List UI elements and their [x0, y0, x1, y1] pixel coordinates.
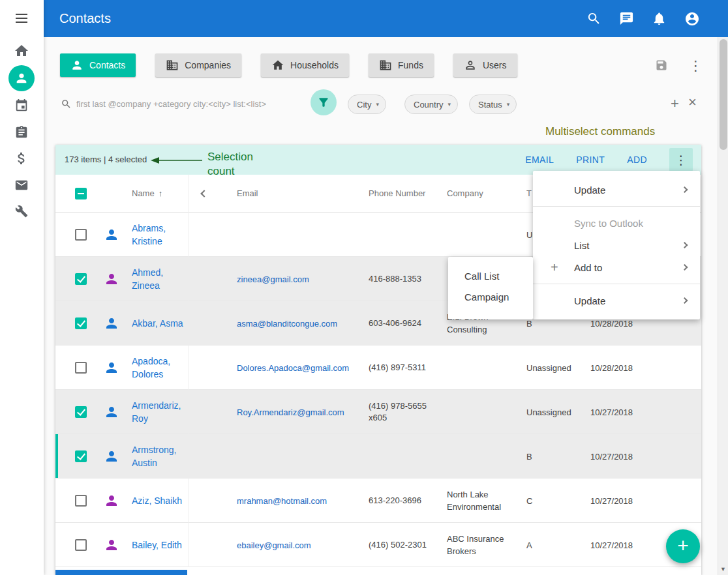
tab-contacts[interactable]: Contacts — [60, 53, 136, 77]
person-icon — [14, 71, 29, 85]
save-icon[interactable] — [655, 59, 668, 72]
chevron-right-icon — [682, 242, 688, 248]
tab-companies[interactable]: Companies — [155, 53, 241, 77]
more-options-icon[interactable]: ⋮ — [689, 59, 703, 72]
menu-item-call-list[interactable]: Call List — [448, 265, 533, 286]
contact-name-link[interactable]: Aziz, Shaikh — [132, 479, 194, 523]
filter-chip-city[interactable]: City ▾ — [348, 95, 386, 114]
select-all-checkbox[interactable] — [75, 188, 87, 199]
chevron-down-icon: ▾ — [507, 101, 510, 108]
menu-item-label: Update — [574, 184, 605, 196]
row-checkbox[interactable] — [75, 273, 87, 285]
row-checkbox[interactable] — [75, 317, 87, 329]
add-button[interactable]: ADD — [627, 155, 647, 165]
sidebar-item-contacts-active[interactable] — [8, 65, 35, 91]
row-focus-indicator — [55, 434, 58, 478]
column-header-company[interactable]: Company — [447, 175, 483, 213]
filter-button[interactable] — [311, 89, 337, 115]
menu-item-update[interactable]: Update — [533, 289, 700, 312]
contact-email — [237, 213, 364, 257]
contact-company: North LakeEnvironmental — [447, 479, 520, 523]
multiselect-more-icon[interactable]: ⋮ — [669, 148, 693, 171]
row-checkbox[interactable] — [75, 362, 87, 374]
tab-users[interactable]: Users — [453, 53, 517, 77]
multiselect-menu: UpdateSync to OutlookList+Add toUpdate — [533, 171, 700, 319]
table-row[interactable]: Apadoca,Dolores Dolores.Apadoca@gmail.co… — [55, 346, 701, 390]
plus-icon: + — [677, 536, 689, 555]
filter-funnel-icon — [317, 96, 330, 109]
contact-phone: 613-220-3696 — [369, 479, 442, 523]
contact-avatar-icon — [104, 271, 119, 287]
contact-category: B — [526, 434, 588, 479]
contact-avatar-icon — [104, 537, 119, 553]
calendar-icon[interactable] — [14, 98, 29, 113]
tools-icon[interactable] — [15, 205, 28, 218]
contact-email: Roy.Armendariz@gmail.com — [237, 390, 364, 434]
row-checkbox[interactable] — [75, 450, 87, 462]
sort-ascending-icon: ↑ — [159, 188, 163, 198]
annotation-multiselect-commands: Multiselect commands — [545, 125, 655, 138]
search-input[interactable] — [76, 96, 301, 111]
contact-avatar-icon — [104, 227, 119, 243]
contact-name-link[interactable]: Ahmed,Zineea — [132, 257, 194, 301]
tasks-icon[interactable] — [14, 125, 29, 140]
search-icon[interactable] — [586, 11, 601, 26]
filter-chip-country[interactable]: Country ▾ — [404, 95, 458, 114]
menu-divider — [533, 206, 700, 207]
home-icon[interactable] — [14, 43, 29, 59]
menu-item-list[interactable]: List — [533, 234, 700, 256]
add-contact-fab[interactable]: + — [666, 529, 700, 563]
menu-icon[interactable] — [16, 14, 27, 25]
column-header-name[interactable]: Name↑ — [132, 175, 162, 213]
chat-icon[interactable] — [619, 11, 634, 26]
tab-funds[interactable]: Funds — [369, 53, 434, 77]
contact-name-link[interactable]: Apadoca,Dolores — [132, 346, 194, 390]
scrollbar-thumb[interactable] — [720, 39, 727, 150]
plus-icon: + — [551, 260, 558, 275]
print-button[interactable]: PRINT — [576, 155, 605, 165]
filter-chip-status[interactable]: Status ▾ — [469, 95, 517, 114]
row-checkbox[interactable] — [75, 229, 87, 241]
email-button[interactable]: EMAIL — [525, 155, 554, 165]
selection-summary: 173 items | 4 selected — [65, 145, 147, 175]
scroll-down-arrow[interactable]: ▼ — [718, 565, 728, 574]
tab-label: Users — [483, 60, 507, 70]
menu-item-campaign[interactable]: Campaign — [448, 286, 533, 307]
add-filter-icon[interactable]: + — [671, 95, 679, 112]
horizontal-scrollbar-thumb[interactable] — [55, 570, 187, 575]
contact-name-link[interactable]: Akbar, Asma — [132, 301, 194, 346]
contact-phone — [369, 213, 442, 257]
row-checkbox[interactable] — [75, 495, 87, 507]
annotation-selection-count: Selection count — [207, 150, 253, 179]
contact-name-link[interactable]: Bailey, Edith — [132, 523, 194, 567]
account-icon[interactable] — [684, 11, 700, 27]
mail-icon[interactable] — [14, 178, 29, 192]
vertical-scrollbar[interactable]: ▼ — [718, 37, 728, 575]
contact-company — [447, 390, 520, 434]
menu-item-add-to[interactable]: +Add to — [533, 256, 700, 278]
chevron-right-icon — [682, 186, 688, 193]
menu-item-label: Add to — [574, 262, 602, 273]
contact-name-link[interactable]: Armstrong,Austin — [132, 434, 194, 479]
contact-email: mrahman@hotmail.com — [237, 479, 364, 523]
table-row[interactable]: Bailey, Edith ebailey@gmail.com (416) 50… — [55, 523, 701, 567]
column-header-email[interactable]: Email — [237, 175, 258, 213]
row-checkbox[interactable] — [75, 406, 87, 418]
collapse-columns-icon[interactable] — [200, 190, 207, 197]
table-row[interactable]: Aziz, Shaikh mrahman@hotmail.com 613-220… — [55, 479, 701, 523]
clear-search-icon[interactable]: × — [688, 94, 697, 111]
contact-name-link[interactable]: Abrams,Kristine — [132, 213, 194, 257]
tab-households[interactable]: Households — [261, 53, 349, 77]
column-header-category[interactable]: T — [526, 175, 532, 213]
menu-item-update[interactable]: Update — [533, 179, 700, 201]
money-icon[interactable] — [14, 151, 29, 166]
bank-icon — [379, 59, 392, 72]
contact-name-link[interactable]: Armendariz,Roy — [132, 390, 194, 434]
notifications-icon[interactable] — [652, 11, 667, 26]
contact-date: 10/27/2018 — [590, 479, 656, 523]
contact-company — [447, 213, 520, 257]
row-checkbox[interactable] — [75, 539, 87, 551]
column-header-phone[interactable]: Phone Number — [369, 175, 425, 213]
table-row[interactable]: Armendariz,Roy Roy.Armendariz@gmail.com … — [55, 390, 701, 434]
table-row[interactable]: Armstrong,Austin B 10/27/2018 — [55, 434, 701, 479]
